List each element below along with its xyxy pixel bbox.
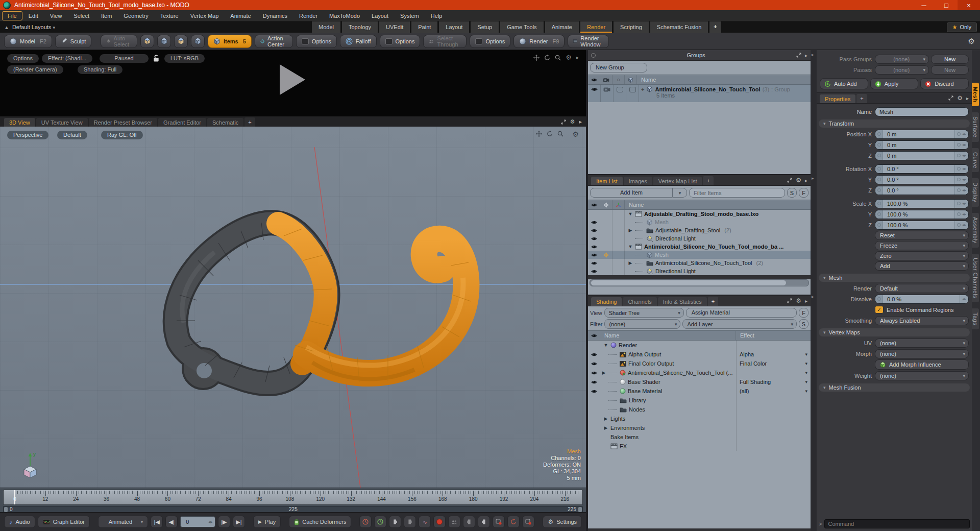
enable-command-regions-checkbox[interactable]: ✓ (875, 306, 884, 313)
transform-value-field[interactable]: 100.0 %◂▸ (875, 221, 969, 230)
group-visibility-toggle[interactable] (588, 85, 601, 102)
mini-slider-arrows[interactable]: ◂▸ (960, 295, 968, 303)
channel-chip[interactable] (875, 200, 883, 208)
tree-expander-icon[interactable]: ▶ (628, 260, 633, 266)
rotate-icon[interactable] (547, 131, 553, 137)
item-list-row[interactable]: Mesh (588, 218, 811, 226)
layer-visibility-toggle[interactable] (588, 432, 600, 442)
layout-tab-layout[interactable]: Layout (439, 21, 469, 33)
layer-visibility-toggle[interactable] (588, 396, 600, 405)
filter-dropdown[interactable]: (none)▾ (604, 319, 680, 329)
menu-item-dynamics[interactable]: Dynamics (257, 11, 293, 20)
tree-expander-icon[interactable]: ▶ (601, 370, 606, 375)
mini-slider-arrows[interactable]: ◂▸ (954, 186, 968, 195)
layer-visibility-toggle[interactable] (588, 387, 600, 396)
name-field[interactable]: Mesh (875, 107, 969, 116)
expand-icon[interactable] (796, 53, 801, 58)
falloff-options-button[interactable]: Options (380, 35, 421, 48)
menu-item-file[interactable]: File (2, 11, 22, 20)
audio-button[interactable]: ♪Audio (4, 516, 35, 528)
pan-icon[interactable] (533, 55, 540, 61)
tree-expander-icon[interactable]: ▶ (628, 228, 633, 233)
item-list-row[interactable]: ▼Antimicrobial_Silicone_No_Touch_Tool_mo… (588, 243, 811, 251)
transform-value-field[interactable]: 100.0 %◂▸ (875, 210, 969, 219)
transform-value-field[interactable]: 0 m◂▸ (875, 130, 969, 139)
action-center-options-button[interactable]: Options (296, 35, 337, 48)
new-group-button[interactable]: New Group (590, 63, 647, 73)
tab-info-statistics[interactable]: Info & Statistics (658, 297, 707, 306)
actor-button[interactable] (448, 516, 460, 528)
render-window-button[interactable]: Render Window (568, 35, 609, 48)
preview-effect-button[interactable]: Effect: (Shadi... (42, 54, 92, 63)
menu-item-render[interactable]: Render (293, 11, 323, 20)
shader-tree-row[interactable]: Bake Items (588, 432, 811, 442)
mini-slider-arrows[interactable]: ◂▸ (954, 130, 968, 138)
horizontal-scrollbar[interactable] (590, 279, 809, 286)
gear-icon[interactable]: ⚙ (570, 118, 575, 125)
chevron-down-icon[interactable]: ▾ (805, 361, 807, 366)
preview-play-icon[interactable] (280, 64, 305, 95)
layout-up-icon[interactable]: ▲ (4, 25, 9, 30)
side-tab-assembly[interactable]: Assembly (972, 213, 979, 248)
channel-chip[interactable] (875, 295, 883, 303)
mini-slider-arrows[interactable]: ◂▸ (954, 165, 968, 173)
pass-groups-dropdown[interactable]: (none)▾ (875, 55, 929, 64)
add-tab-button[interactable]: + (856, 94, 867, 103)
apply-button[interactable]: Apply (870, 78, 919, 89)
item-list-row[interactable]: Directional Light (588, 267, 811, 275)
channel-chip[interactable] (875, 141, 883, 149)
mini-slider-arrows[interactable]: ◂▸ (954, 176, 968, 184)
graph-editor-button[interactable]: Graph Editor (38, 516, 90, 528)
previous-key-button[interactable]: ◀| (165, 516, 178, 528)
settings-button[interactable]: ⚙Settings (543, 516, 582, 528)
menu-item-system[interactable]: System (395, 11, 425, 20)
sculpt-mode-button[interactable]: Sculpt (55, 35, 92, 48)
range-end-handle[interactable] (578, 507, 582, 512)
layer-effect-cell[interactable]: Alpha▾ (736, 350, 811, 359)
pane-menu-arrow-icon[interactable]: ▸ (805, 178, 807, 183)
zoom-icon[interactable] (555, 55, 561, 61)
side-tab-mesh[interactable]: Mesh (972, 83, 979, 106)
preview-lut-button[interactable]: LUT: sRGB (164, 54, 205, 63)
play-button[interactable]: ▶Play (253, 516, 281, 528)
tree-expander-icon[interactable]: ▶ (603, 425, 608, 430)
group-camera-toggle[interactable] (601, 85, 614, 102)
channel-chip[interactable] (875, 130, 883, 138)
menu-item-view[interactable]: View (44, 11, 68, 20)
tree-expander-icon[interactable]: ▼ (628, 211, 633, 216)
layout-tab-game-tools[interactable]: Game Tools (500, 21, 544, 33)
rotate-icon[interactable] (544, 55, 550, 61)
side-tab-tags[interactable]: Tags (972, 308, 979, 329)
tab-images[interactable]: Images (624, 177, 652, 185)
layer-visibility-toggle[interactable] (588, 350, 600, 359)
item-visibility-toggle[interactable] (588, 267, 600, 275)
pane-menu-arrow-icon[interactable]: ▸ (812, 176, 814, 181)
layer-visibility-toggle[interactable] (588, 359, 600, 368)
select-edges-button[interactable] (157, 35, 171, 48)
add-item-button[interactable]: Add Item (590, 188, 673, 198)
transform-value-field[interactable]: 0 m◂▸ (875, 140, 969, 150)
gear-icon[interactable]: ⚙ (796, 297, 801, 304)
expand-icon[interactable] (787, 178, 792, 183)
viewport-gear-icon[interactable]: ⚙ (572, 130, 579, 138)
shader-tree-row[interactable]: ▶Antimicrobial_Silicone_No_Touch_Tool (.… (588, 368, 811, 377)
preview-paused-button[interactable]: Paused (100, 54, 149, 63)
item-list-row[interactable]: Mesh (588, 251, 811, 259)
curve-key-button[interactable]: ∿ (419, 516, 431, 528)
item-visibility-toggle[interactable] (588, 226, 600, 234)
next-key-button[interactable]: |▶ (218, 516, 230, 528)
viewport-tab-uv-texture-view[interactable]: UV Texture View (36, 118, 88, 127)
layer-visibility-toggle[interactable] (588, 442, 600, 451)
select-vertices-button[interactable] (140, 35, 154, 48)
menu-item-layout[interactable]: Layout (366, 11, 394, 20)
ray-gl-button[interactable]: Ray GL: Off (101, 131, 143, 139)
transform-value-field[interactable]: 0.0 °◂▸ (875, 175, 969, 184)
mini-slider-arrows[interactable]: ◂▸ (954, 200, 968, 208)
key-out-right-button[interactable] (463, 516, 475, 528)
section-transform[interactable]: ▾Transform (819, 119, 970, 128)
item-list-row[interactable]: Directional Light (588, 234, 811, 243)
layer-effect-cell[interactable]: ▾ (736, 368, 811, 377)
key-cycle-button[interactable] (507, 516, 520, 528)
pane-menu-arrow-icon[interactable]: ▸ (805, 53, 807, 58)
expand-icon[interactable] (787, 298, 792, 303)
